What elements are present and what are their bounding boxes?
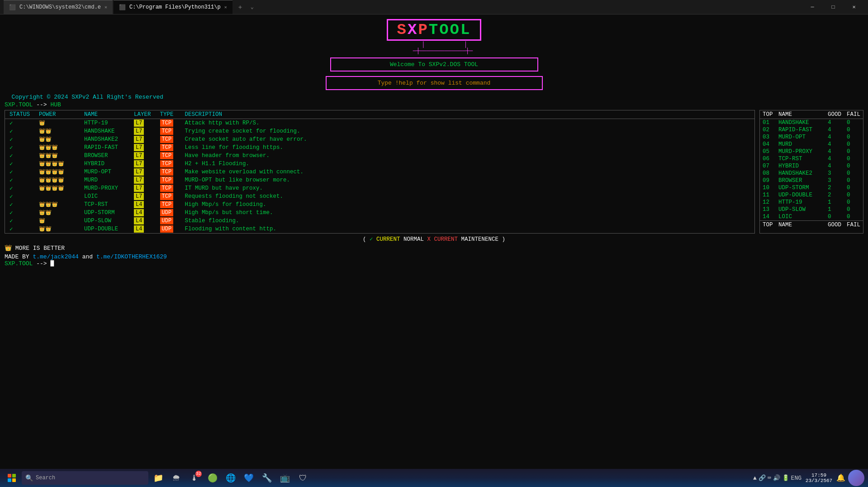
rank-fail: 0 bbox=[844, 155, 863, 162]
cell-power: 👑👑 bbox=[34, 225, 80, 233]
taskbar-vscode[interactable]: 💙 bbox=[241, 470, 257, 486]
table-row: ✓ 👑👑👑 TCP-RST L4 TCP High Mbp/s for floo… bbox=[5, 201, 754, 209]
tray-lang-icon[interactable]: ENG bbox=[791, 475, 802, 482]
main-table-body: ✓ 👑 HTTP-19 L7 TCP Attack http with RP/S… bbox=[5, 119, 754, 233]
cell-type: TCP bbox=[156, 127, 180, 135]
type-badge: TCP bbox=[160, 177, 174, 184]
type-badge: TCP bbox=[160, 201, 174, 208]
cell-name: HANDSHAKE bbox=[80, 127, 129, 135]
taskbar-calc[interactable]: 🔧 bbox=[259, 470, 275, 486]
status-check: ✓ bbox=[9, 137, 13, 143]
tab-python[interactable]: ⬛ C:\Program Files\Python311\p ✕ bbox=[114, 0, 232, 14]
ranking-row: 05 MURD-PROXY 4 0 bbox=[760, 148, 863, 155]
rank-good: 2 bbox=[825, 184, 844, 191]
rank-name: HYBRID bbox=[776, 162, 825, 170]
notification-icon[interactable]: 🔔 bbox=[836, 473, 845, 482]
taskbar-shield[interactable]: 🛡 bbox=[295, 470, 311, 486]
taskbar-browser[interactable]: 🌐 bbox=[223, 470, 239, 486]
logo-connectors: │ │ ─┼─────────────┼─ bbox=[5, 42, 863, 55]
taskbar-app1[interactable]: 🟢 bbox=[204, 470, 221, 486]
tab-python-close[interactable]: ✕ bbox=[224, 5, 227, 10]
rank-fail: 0 bbox=[844, 126, 863, 134]
tab-cmd-icon: ⬛ bbox=[9, 4, 16, 11]
cell-layer: L4 bbox=[129, 225, 156, 233]
cell-desc: Less line for flooding https. bbox=[180, 143, 754, 152]
more-line: 👑 MORE IS BETTER bbox=[5, 244, 863, 252]
layer-badge: L7 bbox=[134, 177, 144, 184]
type-badge: UDP bbox=[160, 217, 174, 224]
tray-battery-icon[interactable]: 🔋 bbox=[782, 474, 789, 482]
cell-name: HTTP-19 bbox=[80, 119, 129, 127]
logo-p: P bbox=[418, 21, 428, 38]
cell-type: UDP bbox=[156, 225, 180, 233]
status-check: ✓ bbox=[9, 120, 13, 127]
rank-fail: 0 bbox=[844, 170, 863, 177]
time-display[interactable]: 17:59 23/3/2567 bbox=[804, 473, 834, 483]
content-section: STATUS POWER NAME LAYER TYPE DESCRIPTION… bbox=[5, 110, 863, 234]
new-tab-button[interactable]: ＋ bbox=[233, 1, 247, 13]
rank-name: MURD-PROXY bbox=[776, 148, 825, 155]
made-by-line: MADE BY t.me/jack2044 and t.me/IDKOTHERH… bbox=[5, 253, 863, 260]
final-prompt-line: SXP.TOOL --> █ bbox=[5, 260, 863, 267]
taskbar-weather[interactable]: 🌨 bbox=[168, 470, 185, 486]
cell-power: 👑👑 bbox=[34, 127, 80, 135]
rank-fail: 0 bbox=[844, 177, 863, 184]
ranking-row: 04 MURD 4 0 bbox=[760, 141, 863, 148]
cell-power: 👑👑👑👑 bbox=[34, 176, 80, 184]
col-status-header: STATUS bbox=[5, 110, 34, 119]
cell-status: ✓ bbox=[5, 135, 34, 143]
cell-type: TCP bbox=[156, 192, 180, 201]
power-icon: 👑 bbox=[45, 145, 52, 150]
cell-layer: L7 bbox=[129, 160, 156, 168]
cell-desc: Flooding with content http. bbox=[180, 225, 754, 233]
taskbar-file-explorer[interactable]: 📁 bbox=[150, 470, 166, 486]
tab-cmd-close[interactable]: ✕ bbox=[104, 5, 107, 10]
rank-good: 4 bbox=[825, 126, 844, 134]
maximize-button[interactable]: □ bbox=[823, 0, 844, 14]
cell-status: ✓ bbox=[5, 143, 34, 152]
user-avatar[interactable] bbox=[848, 470, 864, 486]
rank-good: 3 bbox=[825, 170, 844, 177]
link1[interactable]: t.me/jack2044 bbox=[33, 253, 78, 260]
type-badge: UDP bbox=[160, 225, 174, 233]
tray-network-icon[interactable]: 🔗 bbox=[759, 474, 766, 482]
layer-badge: L7 bbox=[134, 193, 144, 200]
cell-layer: L4 bbox=[129, 209, 156, 217]
close-button[interactable]: ✕ bbox=[844, 0, 864, 14]
cell-desc: H2 + H1.1 Flooding. bbox=[180, 160, 754, 168]
taskbar-app2[interactable]: 📺 bbox=[277, 470, 293, 486]
help-text: Type !help for show list command bbox=[378, 80, 491, 86]
tab-chevron-icon[interactable]: ⌄ bbox=[248, 2, 256, 12]
type-badge: TCP bbox=[160, 119, 174, 127]
tray-arrow-icon[interactable]: ▲ bbox=[753, 475, 757, 482]
legend-current-label: CURRENT bbox=[376, 236, 403, 243]
taskbar-badge: 32 bbox=[195, 471, 202, 477]
layer-badge: L7 bbox=[134, 152, 144, 159]
start-button[interactable] bbox=[4, 470, 20, 486]
help-box: Type !help for show list command bbox=[326, 76, 543, 90]
taskbar-badge-app[interactable]: 🌡 32 bbox=[186, 470, 203, 486]
cell-power: 👑👑👑 bbox=[34, 152, 80, 160]
legend-current2-label: CURRENT bbox=[434, 236, 461, 243]
minimize-button[interactable]: ─ bbox=[802, 0, 823, 14]
type-badge: TCP bbox=[160, 160, 174, 167]
tray-volume-icon[interactable]: 🔊 bbox=[773, 474, 780, 482]
cell-desc: High Mbp/s but short time. bbox=[180, 209, 754, 217]
rank-fail: 0 bbox=[844, 184, 863, 191]
cell-status: ✓ bbox=[5, 209, 34, 217]
legend-check-icon: ✓ bbox=[370, 236, 376, 243]
tab-cmd-label: C:\WINDOWS\system32\cmd.e bbox=[19, 4, 101, 10]
tab-cmd[interactable]: ⬛ C:\WINDOWS\system32\cmd.e ✕ bbox=[4, 0, 113, 14]
prompt-hub-line: SXP.TOOL --> HUB bbox=[5, 101, 863, 108]
rank-name: HTTP-19 bbox=[776, 199, 825, 206]
power-icon: 👑 bbox=[58, 169, 64, 175]
taskbar-search[interactable]: 🔍 Search bbox=[22, 471, 148, 485]
type-badge: TCP bbox=[160, 168, 174, 176]
cell-layer: L4 bbox=[129, 201, 156, 209]
final-prompt-prefix: SXP.TOOL bbox=[5, 260, 33, 267]
link2[interactable]: t.me/IDKOTHERHEX1629 bbox=[96, 253, 167, 260]
rank-name: HANDSHAKE2 bbox=[776, 170, 825, 177]
rank-foot-top: TOP bbox=[760, 220, 776, 229]
tray-keyboard-icon[interactable]: ⌨ bbox=[768, 474, 771, 482]
main-table-container: STATUS POWER NAME LAYER TYPE DESCRIPTION… bbox=[5, 110, 755, 234]
